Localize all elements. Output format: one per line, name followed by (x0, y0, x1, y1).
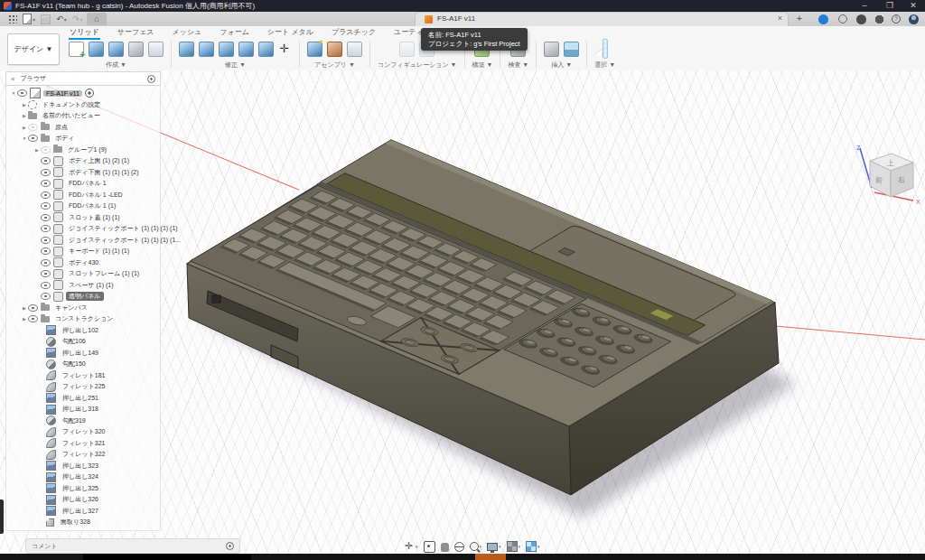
dropdown-caret-icon[interactable]: ▾ (519, 544, 521, 549)
ribbon-tab-5[interactable]: プラスチック (331, 27, 377, 38)
feature-label[interactable]: フィレット322 (60, 450, 108, 459)
tree-row-label[interactable]: FDDパネル 1 (66, 179, 109, 188)
expander-closed-icon[interactable]: ▶ (21, 125, 28, 130)
orbit-icon[interactable] (454, 542, 464, 552)
tree-row-label[interactable]: ボディ下面 (1) (1) (1) (2) (66, 168, 142, 177)
visibility-eye-icon[interactable] (41, 214, 51, 221)
expander-open-icon[interactable]: ▼ (10, 90, 17, 96)
new-tab-button[interactable]: + (793, 14, 806, 25)
browser-filter-icon[interactable] (147, 75, 155, 83)
dropdown-caret-icon[interactable]: ▾ (480, 544, 482, 549)
extension-icon[interactable] (818, 14, 828, 24)
ribbon-group-label-4[interactable]: 構築 ▼ (472, 61, 493, 70)
tree-row-label[interactable]: スロットフレーム (1) (1) (66, 269, 142, 278)
visibility-eye-icon[interactable] (41, 169, 51, 176)
tree-row-label[interactable]: FDDパネル 1 (1) (66, 201, 118, 210)
feature-label[interactable]: 押し出し326 (60, 495, 101, 504)
sync-status-icon[interactable] (838, 14, 847, 23)
feature-label[interactable]: 面取り328 (58, 518, 93, 527)
pattern-icon[interactable] (148, 42, 164, 57)
create-sketch-icon[interactable] (69, 42, 84, 57)
visibility-eye-icon[interactable] (41, 191, 51, 199)
tree-row-body[interactable]: スロットフレーム (1) (1) (6, 268, 160, 280)
select-icon[interactable] (604, 40, 606, 57)
feature-row-extrude[interactable]: 押し出し102 (6, 325, 160, 337)
feature-row-chamfer[interactable]: 面取り328 (6, 517, 160, 528)
tree-row-label[interactable]: キャンバス (52, 303, 90, 313)
tree-row-folder[interactable]: ▶グループ1 (9) (6, 145, 160, 156)
dropdown-caret-icon[interactable]: ▾ (499, 544, 501, 549)
visibility-eye-icon[interactable] (41, 202, 51, 210)
ribbon-group-label-7[interactable]: 選択 ▼ (594, 61, 615, 70)
feature-label[interactable]: 勾配319 (60, 416, 89, 425)
tree-row-folder[interactable]: ▶キャンバス (6, 303, 160, 314)
tree-row-label[interactable]: ジョイスティックポート (1) (1) (1) (1) (66, 224, 181, 233)
tree-row-folder[interactable]: ▶コンストラクション (6, 313, 160, 325)
visibility-eye-icon[interactable] (28, 124, 38, 131)
look-at-icon[interactable] (424, 541, 435, 553)
display-settings-icon[interactable]: ▾ (487, 542, 501, 551)
press-pull-icon[interactable] (179, 42, 194, 57)
tree-row-label[interactable]: 原点 (52, 123, 70, 132)
feature-label[interactable]: フィレット320 (60, 427, 108, 436)
ribbon-tab-2[interactable]: メッシュ (172, 27, 203, 38)
feature-label[interactable]: 押し出し323 (60, 462, 101, 471)
move-copy-icon[interactable] (278, 42, 292, 56)
undo-icon[interactable]: ↶▾ (54, 14, 69, 25)
workspace-selector-button[interactable]: デザイン ▼ (7, 33, 60, 65)
feature-row-fillet[interactable]: フィレット225 (6, 381, 160, 393)
visibility-eye-icon[interactable] (41, 270, 51, 277)
tree-row-folder[interactable]: ▶原点 (6, 122, 160, 134)
feature-row-fillet[interactable]: フィレット322 (6, 449, 160, 461)
feature-row-fillet[interactable]: フィレット321 (6, 438, 160, 450)
notification-bell-icon[interactable] (874, 14, 884, 24)
shell-icon[interactable] (219, 42, 234, 57)
feature-row-extrude[interactable]: 押し出し326 (6, 494, 160, 506)
visibility-eye-icon[interactable] (41, 282, 51, 289)
visibility-eye-icon[interactable] (41, 146, 51, 154)
feature-label[interactable]: フィレット225 (60, 382, 108, 391)
ribbon-group-label-1[interactable]: 修正 ▼ (225, 61, 246, 70)
feature-label[interactable]: 押し出し102 (60, 326, 101, 335)
ribbon-group-label-5[interactable]: 検査 ▼ (508, 61, 528, 70)
expander-closed-icon[interactable]: ▶ (33, 147, 41, 153)
feature-label[interactable]: 押し出し324 (60, 472, 101, 481)
visibility-eye-icon[interactable] (41, 180, 51, 187)
tree-row-label[interactable]: キーボード (1) (1) (1) (66, 247, 132, 256)
tree-row-body[interactable]: キーボード (1) (1) (1) (6, 246, 160, 257)
ground-pin-icon[interactable] (85, 89, 94, 98)
dropdown-caret-icon[interactable]: ▾ (537, 544, 540, 549)
tree-row-body[interactable]: スロット蓋 (1) (1) (6, 212, 160, 224)
hole-icon[interactable] (128, 42, 144, 57)
tree-row-folder[interactable]: ▶名前の付いたビュー (6, 110, 160, 122)
redo-icon[interactable]: ↷▾ (70, 14, 85, 25)
tree-row-body[interactable]: ボディ下面 (1) (1) (1) (2) (6, 167, 160, 179)
tree-row-label[interactable]: スペーサ (1) (1) (66, 281, 117, 290)
visibility-eye-icon[interactable] (28, 135, 38, 142)
revolve-icon[interactable] (108, 42, 124, 57)
feature-row-extrude[interactable]: 押し出し318 (6, 404, 160, 415)
expander-open-icon[interactable]: ▼ (21, 135, 28, 141)
file-menu-icon[interactable]: ▾ (22, 14, 36, 25)
tree-row-body[interactable]: FDDパネル 1 (1) (6, 201, 160, 212)
tree-row-label[interactable]: FS-A1F v11 (43, 90, 82, 97)
visibility-eye-icon[interactable] (41, 247, 51, 255)
visibility-eye-icon[interactable] (28, 304, 38, 312)
canvas-image-icon[interactable] (564, 42, 579, 57)
tree-row-body[interactable]: ジョイスティックポート (1) (1) (1) (1... (6, 235, 160, 247)
ribbon-group-label-6[interactable]: 挿入 ▼ (551, 61, 572, 70)
feature-row-extrude[interactable]: 押し出し251 (6, 393, 160, 405)
document-tab[interactable]: FS-A1F v11 × (416, 13, 788, 26)
tree-row-body[interactable]: ボディ上面 (1) (2) (1) (6, 155, 160, 167)
feature-label[interactable]: 押し出し149 (60, 349, 101, 358)
new-component-icon[interactable] (307, 42, 322, 57)
help-icon[interactable]: ? (892, 14, 901, 23)
tree-row-body[interactable]: FDDパネル 1 (6, 178, 160, 190)
visibility-eye-icon[interactable] (28, 315, 38, 322)
fillet-icon[interactable] (199, 42, 214, 57)
insert-derive-icon[interactable] (544, 42, 559, 57)
feature-row-draft[interactable]: 勾配106 (6, 336, 160, 348)
tree-row-label[interactable]: ボディ (52, 134, 78, 143)
close-button[interactable]: ✕ (903, 0, 923, 12)
feature-label[interactable]: 押し出し327 (60, 507, 101, 516)
